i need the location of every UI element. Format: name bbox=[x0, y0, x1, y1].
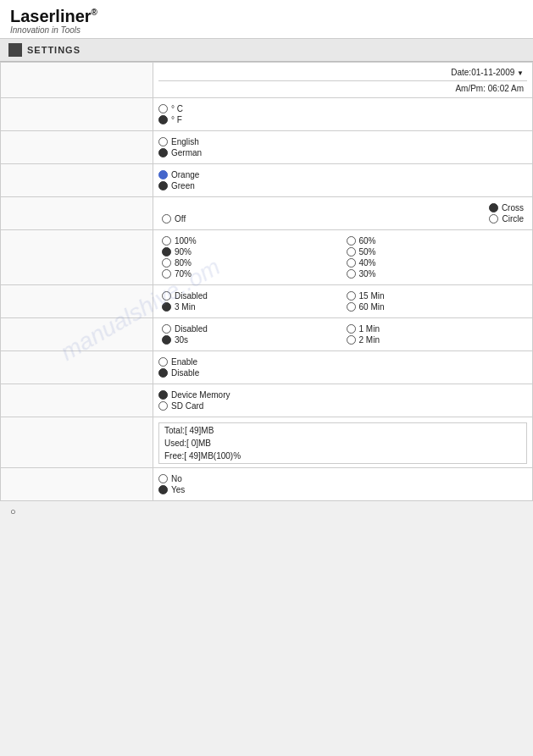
screen-1min-option[interactable]: 1 Min bbox=[347, 324, 525, 334]
memory-info-label bbox=[1, 417, 153, 468]
brand-sub: Innovation in Tools bbox=[10, 25, 523, 35]
auto-off-label bbox=[1, 285, 153, 318]
sound-disable-radio[interactable] bbox=[158, 368, 168, 378]
color-orange-option[interactable]: Orange bbox=[158, 170, 527, 179]
page-indicator: ○ bbox=[0, 501, 533, 521]
brightness-row: 100% 60% 90% 50% bbox=[1, 230, 533, 285]
confirm-label bbox=[1, 468, 153, 501]
memory-table: Total:[ 49]MB Used:[ 0]MB Free:[ 49]MB(1… bbox=[158, 422, 527, 464]
language-row: English German bbox=[1, 131, 533, 164]
autooff-15min-option[interactable]: 15 Min bbox=[347, 291, 525, 301]
temp-celsius-option[interactable]: ° C bbox=[158, 104, 527, 113]
storage-sd-radio[interactable] bbox=[158, 401, 168, 411]
sound-label bbox=[1, 351, 153, 384]
sound-disable-option[interactable]: Disable bbox=[158, 368, 527, 378]
bright-50-radio[interactable] bbox=[347, 247, 356, 257]
storage-device-option[interactable]: Device Memory bbox=[158, 390, 527, 400]
bright-30-option[interactable]: 30% bbox=[347, 269, 525, 279]
crosshair-cross-option[interactable]: Cross bbox=[489, 203, 524, 212]
screen-30s-radio[interactable] bbox=[162, 335, 171, 345]
autooff-disabled-radio[interactable] bbox=[162, 291, 171, 301]
lang-english-option[interactable]: English bbox=[158, 137, 527, 146]
autooff-60min-radio[interactable] bbox=[347, 302, 356, 312]
crosshair-circle-option[interactable]: Circle bbox=[489, 214, 524, 223]
storage-sd-option[interactable]: SD Card bbox=[158, 401, 527, 411]
crosshair-circle-radio[interactable] bbox=[489, 214, 498, 223]
memory-info-values: Total:[ 49]MB Used:[ 0]MB Free:[ 49]MB(1… bbox=[153, 417, 533, 468]
crosshair-row: Cross Off Circle bbox=[1, 197, 533, 230]
memory-total-row: Total:[ 49]MB bbox=[161, 425, 525, 436]
storage-device-radio[interactable] bbox=[158, 390, 168, 400]
autooff-disabled-option[interactable]: Disabled bbox=[162, 291, 340, 301]
sound-options: Enable Disable bbox=[153, 351, 533, 384]
bright-100-radio[interactable] bbox=[162, 236, 171, 246]
autooff-60min-option[interactable]: 60 Min bbox=[347, 302, 525, 312]
color-row: Orange Green bbox=[1, 164, 533, 197]
color-orange-radio[interactable] bbox=[158, 170, 168, 179]
color-green-option[interactable]: Green bbox=[158, 181, 527, 190]
temperature-options: ° C ° F bbox=[153, 98, 533, 131]
bright-40-radio[interactable] bbox=[347, 258, 356, 268]
bright-80-option[interactable]: 80% bbox=[162, 258, 340, 268]
temp-fahrenheit-radio[interactable] bbox=[158, 115, 168, 124]
confirm-yes-radio[interactable] bbox=[158, 485, 168, 494]
screen-30s-option[interactable]: 30s bbox=[162, 335, 340, 345]
crosshair-off-option[interactable]: Off bbox=[162, 214, 186, 223]
temp-celsius-radio[interactable] bbox=[158, 104, 168, 113]
bright-80-radio[interactable] bbox=[162, 258, 171, 268]
bright-30-radio[interactable] bbox=[347, 269, 356, 279]
bright-50-option[interactable]: 50% bbox=[347, 247, 525, 257]
confirm-no-radio[interactable] bbox=[158, 474, 168, 483]
lang-german-option[interactable]: German bbox=[158, 148, 527, 157]
brightness-options: 100% 60% 90% 50% bbox=[153, 230, 533, 285]
screen-2min-option[interactable]: 2 Min bbox=[347, 335, 525, 345]
language-options: English German bbox=[153, 131, 533, 164]
sound-enable-radio[interactable] bbox=[158, 357, 168, 367]
color-green-radio[interactable] bbox=[158, 181, 168, 190]
bright-60-radio[interactable] bbox=[347, 236, 356, 246]
bright-40-option[interactable]: 40% bbox=[347, 258, 525, 268]
bright-70-radio[interactable] bbox=[162, 269, 171, 279]
screensaver-row: Disabled 1 Min 30s 2 Min bbox=[1, 318, 533, 351]
memory-free: Free:[ 49]MB(100)% bbox=[161, 450, 525, 461]
storage-options: Device Memory SD Card bbox=[153, 384, 533, 417]
confirm-options: No Yes bbox=[153, 468, 533, 501]
memory-total: Total:[ 49]MB bbox=[161, 425, 525, 436]
memory-used: Used:[ 0]MB bbox=[161, 438, 525, 449]
brand-name: Laserliner® bbox=[10, 7, 523, 25]
date-arrow[interactable]: ▼ bbox=[517, 69, 524, 77]
sound-enable-option[interactable]: Enable bbox=[158, 357, 527, 367]
confirm-row: No Yes bbox=[1, 468, 533, 501]
settings-icon bbox=[8, 43, 22, 57]
confirm-no-option[interactable]: No bbox=[158, 474, 527, 483]
screen-1min-radio[interactable] bbox=[347, 324, 356, 334]
bright-70-option[interactable]: 70% bbox=[162, 269, 340, 279]
screen-2min-radio[interactable] bbox=[347, 335, 356, 345]
auto-off-row: Disabled 15 Min 3 Min 60 Min bbox=[1, 285, 533, 318]
autooff-3min-option[interactable]: 3 Min bbox=[162, 302, 340, 312]
crosshair-cross-radio[interactable] bbox=[489, 203, 498, 212]
bright-90-radio[interactable] bbox=[162, 247, 171, 257]
crosshair-options: Cross Off Circle bbox=[153, 197, 533, 230]
color-label bbox=[1, 164, 153, 197]
bright-60-option[interactable]: 60% bbox=[347, 236, 525, 246]
memory-info-row: Total:[ 49]MB Used:[ 0]MB Free:[ 49]MB(1… bbox=[1, 417, 533, 468]
lang-german-radio[interactable] bbox=[158, 148, 168, 157]
temp-fahrenheit-option[interactable]: ° F bbox=[158, 115, 527, 124]
date-time-row: Date:01-11-2009 ▼ Am/Pm: 06:02 Am bbox=[1, 63, 533, 98]
crosshair-off-radio[interactable] bbox=[162, 214, 171, 223]
autooff-3min-radio[interactable] bbox=[162, 302, 171, 312]
memory-used-row: Used:[ 0]MB bbox=[161, 438, 525, 449]
brightness-label bbox=[1, 230, 153, 285]
screen-disabled-radio[interactable] bbox=[162, 324, 171, 334]
bright-90-option[interactable]: 90% bbox=[162, 247, 340, 257]
lang-english-radio[interactable] bbox=[158, 137, 168, 146]
screensaver-options: Disabled 1 Min 30s 2 Min bbox=[153, 318, 533, 351]
date-display: Date:01-11-2009 ▼ bbox=[158, 66, 527, 79]
screen-disabled-option[interactable]: Disabled bbox=[162, 324, 340, 334]
bright-100-option[interactable]: 100% bbox=[162, 236, 340, 246]
confirm-yes-option[interactable]: Yes bbox=[158, 485, 527, 494]
autooff-15min-radio[interactable] bbox=[347, 291, 356, 301]
memory-free-row: Free:[ 49]MB(100)% bbox=[161, 450, 525, 461]
header: Laserliner® Innovation in Tools bbox=[0, 0, 533, 39]
